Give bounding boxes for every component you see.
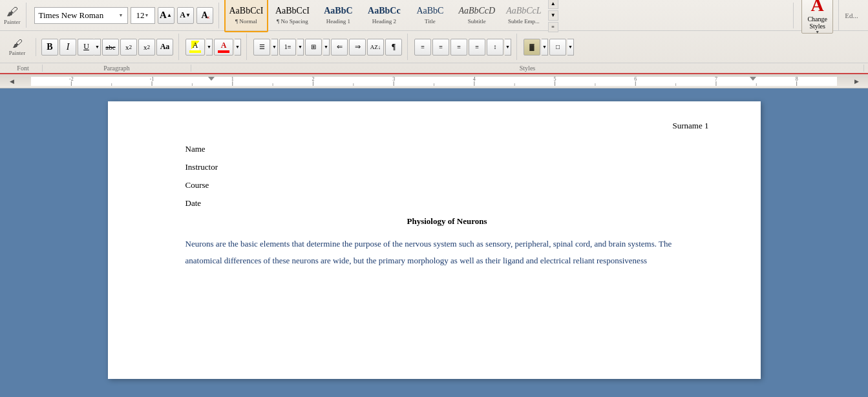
ruler-area: -2 -1 1 2 3 4 5 6 7 bbox=[31, 77, 837, 86]
style-subtle-emphasis[interactable]: AaBbCcL Subtle Emp... bbox=[502, 0, 545, 32]
styles-section-label: Styles bbox=[191, 65, 864, 72]
superscript-button[interactable]: x2 bbox=[138, 39, 155, 56]
right-indent-marker[interactable] bbox=[750, 77, 756, 81]
svg-text:6: 6 bbox=[634, 77, 637, 82]
svg-text:8: 8 bbox=[796, 77, 798, 82]
shading-button[interactable]: ▓ bbox=[524, 39, 540, 56]
separator-2 bbox=[793, 3, 794, 28]
style-title[interactable]: AaBbC Title bbox=[408, 0, 452, 32]
style-heading2[interactable]: AaBbCc Heading 2 bbox=[362, 0, 406, 32]
list-group: ☰ ▼ 1≡ ▼ ⊞ ▼ ⇐ ⇒ AZ↓ ¶ bbox=[253, 34, 408, 60]
style-nospace-label: ¶ No Spacing bbox=[277, 18, 308, 25]
svg-text:-2: -2 bbox=[69, 77, 74, 82]
ruler: ◀ -2 -1 1 2 3 4 5 6 bbox=[0, 74, 868, 88]
shrink-font-button[interactable]: A▼ bbox=[177, 7, 194, 24]
style-h2-label: Heading 2 bbox=[372, 18, 396, 25]
underline-button[interactable]: U bbox=[78, 39, 94, 56]
doc-instructor-line: Instructor bbox=[185, 162, 709, 172]
borders-dropdown[interactable]: ▼ bbox=[567, 39, 574, 56]
bullets-button[interactable]: ☰ bbox=[253, 39, 270, 56]
underline-group: U ▼ bbox=[78, 39, 101, 56]
shading-dropdown[interactable]: ▼ bbox=[542, 39, 548, 56]
document-page[interactable]: Surname 1 Name Instructor Course Date Ph… bbox=[108, 101, 761, 379]
styles-scroll-up[interactable]: ▲ bbox=[548, 0, 558, 9]
grow-font-button[interactable]: A▲ bbox=[158, 7, 175, 24]
style-nospace-preview: AaBbCcI bbox=[275, 6, 310, 17]
style-subtitle-label: Subtitle bbox=[468, 18, 486, 25]
style-title-label: Title bbox=[425, 18, 436, 25]
style-subtitle[interactable]: AaBbCcD Subtitle bbox=[454, 0, 500, 32]
font-name-selector[interactable]: Times New Roman ▼ bbox=[34, 7, 128, 24]
style-h2-preview: AaBbCc bbox=[368, 6, 401, 17]
highlight-button[interactable]: A bbox=[185, 39, 205, 56]
increase-indent-button[interactable]: ⇒ bbox=[349, 39, 366, 56]
styles-scroll-down[interactable]: ▼ bbox=[548, 10, 558, 21]
style-title-preview: AaBbC bbox=[416, 6, 443, 17]
numbering-dropdown[interactable]: ▼ bbox=[297, 39, 304, 56]
font-color-button[interactable]: A bbox=[214, 39, 233, 56]
numbering-button[interactable]: 1≡ bbox=[279, 39, 296, 56]
subscript-button[interactable]: x2 bbox=[120, 39, 137, 56]
doc-name-line: Name bbox=[185, 144, 709, 154]
style-heading1[interactable]: AaBbC Heading 1 bbox=[316, 0, 360, 32]
ruler-right-margin: ▶ bbox=[850, 78, 863, 85]
style-h1-label: Heading 1 bbox=[326, 18, 350, 25]
change-case-button[interactable]: Aa bbox=[156, 39, 173, 56]
document-area: Surname 1 Name Instructor Course Date Ph… bbox=[0, 88, 868, 392]
style-normal-preview: AaBbCcI bbox=[229, 6, 264, 17]
editing-section: Ed... bbox=[838, 0, 864, 31]
font-section-label: Font bbox=[4, 65, 43, 72]
clear-format-button[interactable]: A× bbox=[196, 7, 213, 24]
font-size-dropdown-arrow[interactable]: ▼ bbox=[145, 13, 149, 18]
format-painter[interactable]: 🖌 Painter bbox=[4, 3, 26, 28]
font-name-dropdown-arrow[interactable]: ▼ bbox=[119, 13, 123, 18]
font-color-icon: A bbox=[221, 41, 227, 50]
doc-title: Physiology of Neurons bbox=[185, 216, 709, 227]
multilevel-list-button[interactable]: ⊞ bbox=[305, 39, 322, 56]
style-normal[interactable]: AaBbCcI ¶ Normal bbox=[224, 0, 269, 32]
header-text: Surname 1 bbox=[673, 121, 709, 130]
ribbon: 🖌 Painter Times New Roman ▼ 12 ▼ A▲ A▼ A… bbox=[0, 0, 868, 74]
italic-button[interactable]: I bbox=[59, 39, 76, 56]
change-styles-icon: A bbox=[811, 0, 824, 14]
multilevel-dropdown[interactable]: ▼ bbox=[323, 39, 330, 56]
font-format-group: B I U ▼ abc x2 x2 Aa bbox=[41, 34, 179, 60]
line-spacing-dropdown[interactable]: ▼ bbox=[505, 39, 511, 56]
strikethrough-button[interactable]: abc bbox=[102, 39, 119, 56]
underline-dropdown-arrow[interactable]: ▼ bbox=[94, 39, 101, 56]
ribbon-bottom-row: 🖌 Painter B I U ▼ abc x2 x2 Aa A ▼ A bbox=[0, 31, 868, 63]
show-formatting-button[interactable]: ¶ bbox=[385, 39, 402, 56]
editing-label: Ed... bbox=[845, 12, 858, 19]
painter-label: Painter bbox=[4, 19, 21, 25]
paragraph-section-label: Paragraph bbox=[43, 65, 191, 72]
font-size-selector[interactable]: 12 ▼ bbox=[131, 7, 155, 24]
left-indent-marker[interactable] bbox=[208, 77, 215, 81]
line-spacing-button[interactable]: ↕ bbox=[487, 39, 503, 56]
style-no-spacing[interactable]: AaBbCcI ¶ No Spacing bbox=[270, 0, 314, 32]
decrease-indent-button[interactable]: ⇐ bbox=[331, 39, 348, 56]
page-header: Surname 1 bbox=[185, 121, 709, 131]
highlight-dropdown[interactable]: ▼ bbox=[206, 39, 213, 56]
font-color-bar bbox=[218, 50, 229, 53]
borders-button[interactable]: □ bbox=[549, 39, 566, 56]
svg-text:5: 5 bbox=[554, 77, 556, 82]
justify-button[interactable]: ≡ bbox=[469, 39, 485, 56]
align-center-button[interactable]: ≡ bbox=[432, 39, 449, 56]
shading-group: ▓ ▼ □ ▼ bbox=[524, 34, 579, 60]
bullets-dropdown[interactable]: ▼ bbox=[271, 39, 278, 56]
style-h1-preview: AaBbC bbox=[324, 6, 352, 17]
align-right-button[interactable]: ≡ bbox=[450, 39, 467, 56]
change-styles-label: ChangeStyles bbox=[807, 15, 827, 30]
sort-button[interactable]: AZ↓ bbox=[367, 39, 384, 56]
painter-bottom[interactable]: 🖌 Painter bbox=[4, 38, 36, 56]
style-subtle-label: Subtle Emp... bbox=[508, 18, 540, 25]
svg-text:7: 7 bbox=[715, 77, 717, 82]
highlight-color-bar bbox=[189, 50, 201, 53]
doc-date-line: Date bbox=[185, 198, 709, 209]
change-styles-button[interactable]: A ChangeStyles ▼ bbox=[801, 0, 833, 34]
align-left-button[interactable]: ≡ bbox=[414, 39, 431, 56]
font-color-dropdown[interactable]: ▼ bbox=[235, 39, 241, 56]
svg-text:-1: -1 bbox=[150, 77, 154, 82]
bold-button[interactable]: B bbox=[41, 39, 58, 56]
svg-text:1: 1 bbox=[231, 77, 234, 82]
